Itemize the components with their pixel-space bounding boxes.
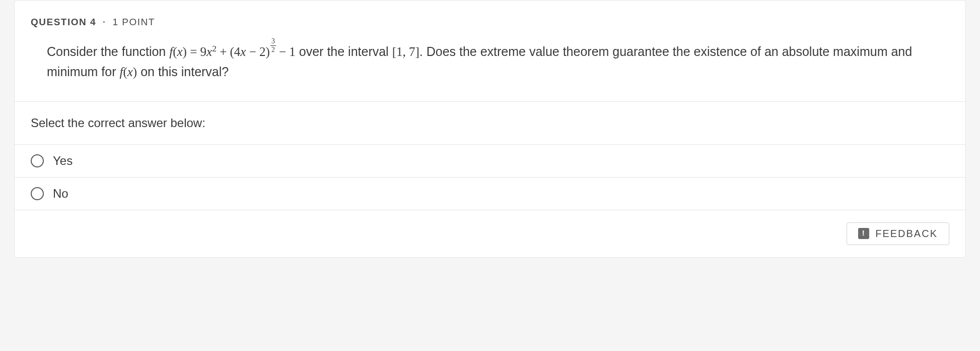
feedback-label: FEEDBACK [875,228,938,240]
question-text-part: Consider the function [47,44,169,58]
question-text-part: over the interval [296,44,392,58]
question-body: Consider the function f(x) = 9x2 + (4x −… [31,28,949,97]
separator-dot: · [103,17,106,27]
feedback-button[interactable]: FEEDBACK [847,222,949,245]
math-expression: f(x) = 9x2 + (4x − 2)32 − 1 [169,45,296,58]
option-label: No [53,187,68,201]
question-header: QUESTION 4 · 1 POINT [31,17,949,28]
question-number: QUESTION 4 [31,17,96,27]
math-interval: [1, 7] [392,45,419,58]
question-footer: FEEDBACK [15,210,965,257]
fraction-exponent: 32 [270,38,276,53]
option-yes[interactable]: Yes [15,144,965,177]
math-fx: f(x) [119,65,137,79]
option-no[interactable]: No [15,177,965,210]
question-points: 1 POINT [112,17,155,27]
option-label: Yes [53,154,73,168]
question-card: QUESTION 4 · 1 POINT Consider the functi… [14,0,966,258]
question-text-part: on this interval? [137,65,229,79]
question-header-block: QUESTION 4 · 1 POINT Consider the functi… [15,1,965,101]
answer-prompt: Select the correct answer below: [15,101,965,144]
radio-icon [31,187,44,200]
radio-icon [31,154,44,167]
feedback-icon [858,228,869,239]
